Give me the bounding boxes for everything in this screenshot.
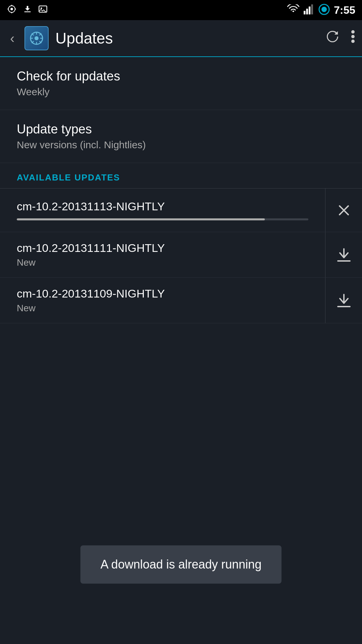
update-item-3-status: New <box>17 303 308 314</box>
signal-icon <box>304 4 314 16</box>
wifi-icon <box>287 4 300 16</box>
update-item-2-status: New <box>17 257 308 268</box>
status-bar-right-icons: 7:55 <box>287 4 355 16</box>
svg-point-15 <box>351 40 355 43</box>
update-item-1: cm-10.2-20131113-NIGHTLY <box>0 189 362 232</box>
svg-point-14 <box>351 35 355 38</box>
svg-point-13 <box>351 30 355 34</box>
status-bar-left-icons <box>7 4 48 16</box>
svg-point-10 <box>321 7 327 12</box>
app-icon <box>24 26 49 50</box>
svg-rect-7 <box>309 6 310 14</box>
svg-rect-2 <box>24 11 31 12</box>
svg-rect-5 <box>304 11 305 14</box>
update-item-3: cm-10.2-20131109-NIGHTLY New <box>0 278 362 323</box>
update-list: cm-10.2-20131113-NIGHTLY cm-10.2-2013111… <box>0 189 362 323</box>
update-item-1-progress <box>17 218 308 220</box>
update-item-3-name: cm-10.2-20131109-NIGHTLY <box>17 287 308 300</box>
refresh-button[interactable] <box>324 29 341 48</box>
update-item-2-name: cm-10.2-20131111-NIGHTLY <box>17 241 308 255</box>
image-status-icon <box>38 4 48 16</box>
update-item-2: cm-10.2-20131111-NIGHTLY New <box>0 232 362 278</box>
page-title: Updates <box>55 29 318 47</box>
svg-rect-8 <box>311 4 313 14</box>
svg-rect-6 <box>306 9 308 14</box>
action-bar-icons <box>324 29 355 48</box>
download-status-icon <box>23 4 32 16</box>
available-updates-label: AVAILABLE UPDATES <box>17 172 120 182</box>
update-item-1-info: cm-10.2-20131113-NIGHTLY <box>0 189 325 232</box>
action-bar: ‹ Updates <box>0 20 362 57</box>
available-updates-header: AVAILABLE UPDATES <box>0 163 362 189</box>
gps-icon <box>7 4 17 16</box>
check-for-updates-item[interactable]: Check for updates Weekly <box>0 57 362 110</box>
content-area: Check for updates Weekly Update types Ne… <box>0 57 362 323</box>
update-item-1-name: cm-10.2-20131113-NIGHTLY <box>17 200 308 213</box>
svg-point-4 <box>41 7 42 9</box>
sync-icon <box>318 4 330 16</box>
check-for-updates-subtitle: Weekly <box>17 86 345 98</box>
update-item-3-info: cm-10.2-20131109-NIGHTLY New <box>0 278 325 323</box>
update-item-1-cancel-button[interactable] <box>325 189 362 232</box>
check-for-updates-title: Check for updates <box>17 69 345 84</box>
svg-rect-3 <box>39 6 47 12</box>
back-button[interactable]: ‹ <box>7 28 18 49</box>
update-types-subtitle: New versions (incl. Nightlies) <box>17 139 345 151</box>
toast-notification: A download is already running <box>80 545 282 584</box>
update-types-item[interactable]: Update types New versions (incl. Nightli… <box>0 110 362 163</box>
update-item-2-download-button[interactable] <box>325 232 362 277</box>
update-item-2-info: cm-10.2-20131111-NIGHTLY New <box>0 232 325 277</box>
update-item-3-download-button[interactable] <box>325 278 362 323</box>
update-types-title: Update types <box>17 122 345 137</box>
svg-point-12 <box>35 36 39 40</box>
toast-message: A download is already running <box>101 557 261 571</box>
svg-point-0 <box>10 8 13 10</box>
more-options-button[interactable] <box>351 29 355 48</box>
status-bar: 7:55 <box>0 0 362 20</box>
update-item-1-progress-bar <box>17 218 265 220</box>
status-time: 7:55 <box>334 4 355 16</box>
